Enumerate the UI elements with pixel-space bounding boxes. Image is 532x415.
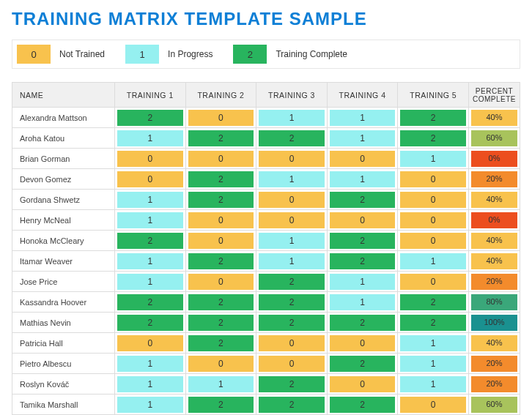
name-cell: Devon Gomez: [12, 169, 115, 190]
table-row: Brian Gorman000010%: [12, 149, 520, 169]
training-value: 2: [117, 110, 183, 126]
training-cell: 1: [398, 149, 469, 169]
name-cell: Patricia Hall: [12, 333, 115, 354]
header-training-2: TRAINING 2: [185, 83, 256, 108]
training-cell: 2: [256, 313, 328, 333]
percent-cell: 20%: [469, 354, 520, 374]
training-value: 0: [400, 171, 466, 187]
training-cell: 2: [327, 251, 398, 272]
training-cell: 2: [115, 231, 186, 251]
training-value: 2: [400, 110, 466, 126]
training-value: 2: [330, 315, 396, 331]
training-value: 0: [330, 376, 396, 392]
training-cell: 1: [115, 251, 186, 272]
training-cell: 0: [398, 210, 469, 231]
name-cell: Pietro Albescu: [12, 354, 115, 374]
training-cell: 2: [185, 128, 256, 149]
training-value: 0: [117, 171, 183, 187]
employee-name: Pietro Albescu: [20, 359, 71, 368]
name-cell: Roslyn Kováč: [12, 374, 115, 395]
training-cell: 2: [256, 374, 328, 395]
training-value: 2: [259, 376, 325, 392]
training-cell: 2: [115, 313, 186, 333]
training-value: 2: [259, 397, 325, 413]
percent-cell: 20%: [469, 374, 520, 395]
name-cell: Jose Price: [12, 272, 115, 292]
training-value: 0: [259, 212, 325, 228]
training-value: 0: [117, 151, 183, 167]
legend-swatch-0: 0: [17, 45, 51, 64]
training-value: 1: [400, 376, 466, 392]
legend-item-2: 2 Training Complete: [233, 45, 347, 64]
training-cell: 0: [185, 149, 256, 169]
training-value: 1: [117, 130, 183, 146]
table-row: Pietro Albescu1002120%: [12, 354, 520, 374]
training-cell: 2: [327, 313, 398, 333]
training-cell: 2: [256, 128, 328, 149]
training-cell: 1: [115, 354, 186, 374]
training-cell: 1: [398, 251, 469, 272]
training-value: 0: [188, 274, 254, 290]
training-value: 2: [188, 171, 254, 187]
percent-value: 20%: [471, 356, 517, 372]
training-cell: 0: [185, 108, 256, 128]
name-cell: Gordana Shwetz: [12, 190, 115, 210]
training-value: 1: [117, 192, 183, 208]
training-cell: 0: [327, 333, 398, 354]
training-cell: 2: [327, 354, 398, 374]
training-value: 1: [259, 253, 325, 269]
percent-value: 60%: [471, 397, 517, 413]
table-row: Henry McNeal100000%: [12, 210, 520, 231]
name-cell: Aroha Katou: [12, 128, 115, 149]
training-value: 2: [400, 294, 466, 310]
training-value: 0: [117, 335, 183, 351]
employee-name: Henry McNeal: [20, 216, 71, 225]
training-value: 1: [400, 151, 466, 167]
page-title: TRAINING MATRIX TEMPLATE SAMPLE: [12, 9, 520, 29]
training-cell: 2: [185, 190, 256, 210]
training-value: 2: [117, 315, 183, 331]
percent-value: 40%: [471, 192, 517, 208]
training-cell: 2: [185, 292, 256, 313]
percent-value: 40%: [471, 110, 517, 126]
training-cell: 0: [115, 169, 186, 190]
training-cell: 2: [115, 108, 186, 128]
employee-name: Jose Price: [20, 277, 57, 286]
training-value: 1: [400, 253, 466, 269]
percent-value: 0%: [471, 151, 517, 167]
table-row: Devon Gomez0211020%: [12, 169, 520, 190]
training-cell: 1: [115, 128, 186, 149]
training-cell: 1: [115, 395, 186, 415]
training-cell: 1: [398, 374, 469, 395]
training-value: 1: [400, 356, 466, 372]
training-cell: 2: [398, 108, 469, 128]
training-cell: 0: [185, 210, 256, 231]
training-cell: 1: [115, 190, 186, 210]
training-cell: 0: [256, 333, 328, 354]
legend-item-1: 1 In Progress: [125, 45, 213, 64]
training-cell: 0: [115, 333, 186, 354]
table-row: Jose Price1021020%: [12, 272, 520, 292]
training-value: 0: [188, 212, 254, 228]
training-cell: 1: [327, 169, 398, 190]
percent-cell: 0%: [469, 210, 520, 231]
legend-label-1: In Progress: [168, 49, 213, 59]
training-cell: 2: [185, 395, 256, 415]
training-value: 2: [117, 294, 183, 310]
training-value: 1: [188, 376, 254, 392]
training-value: 0: [259, 192, 325, 208]
employee-name: Itamar Weaver: [20, 257, 73, 266]
training-value: 2: [330, 397, 396, 413]
training-cell: 1: [327, 292, 398, 313]
training-value: 0: [330, 151, 396, 167]
training-value: 0: [188, 356, 254, 372]
training-cell: 0: [185, 231, 256, 251]
employee-name: Patricia Hall: [20, 339, 63, 348]
training-cell: 0: [185, 354, 256, 374]
training-value: 0: [400, 212, 466, 228]
training-cell: 0: [398, 169, 469, 190]
employee-name: Devon Gomez: [20, 175, 71, 184]
percent-cell: 40%: [469, 108, 520, 128]
training-value: 1: [117, 376, 183, 392]
training-cell: 1: [398, 354, 469, 374]
